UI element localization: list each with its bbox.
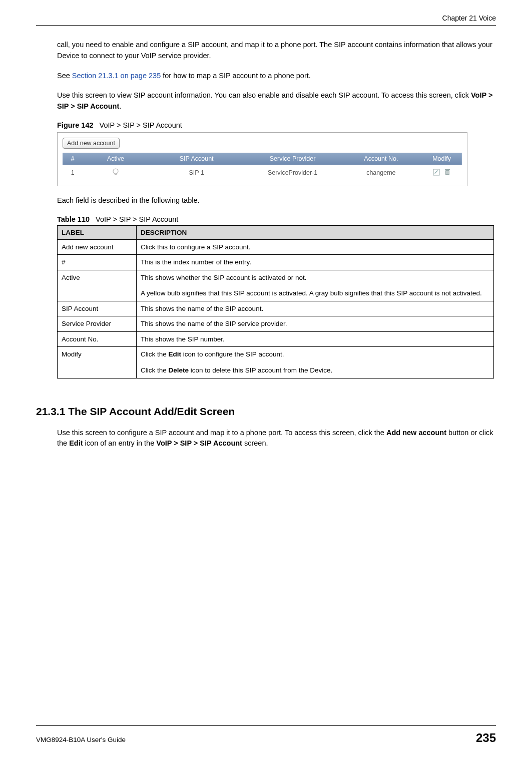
desc-text: This shows the SIP number. xyxy=(137,331,494,347)
cell-account-no: changeme xyxy=(341,165,422,181)
col-header-service-provider: Service Provider xyxy=(245,153,341,165)
sip-table-header-row: # Active SIP Account Service Provider Ac… xyxy=(63,153,462,165)
text-fragment: Use this screen to configure a SIP accou… xyxy=(57,429,386,437)
sip-account-screenshot: Add new account # Active SIP Account Ser… xyxy=(57,132,467,186)
cell-sip-account: SIP 1 xyxy=(149,165,245,181)
bold-text: Edit xyxy=(69,439,83,447)
body-paragraph: Use this screen to configure a SIP accou… xyxy=(57,428,496,450)
cell-active xyxy=(83,165,148,181)
desc-line: Click the Edit icon to configure the SIP… xyxy=(141,349,489,359)
add-new-account-button[interactable]: Add new account xyxy=(63,138,120,149)
text-fragment: Click the xyxy=(141,366,169,374)
edit-icon[interactable] xyxy=(432,168,440,176)
col-header-active: Active xyxy=(83,153,148,165)
section-cross-ref-link[interactable]: Section 21.3.1 on page 235 xyxy=(72,72,161,80)
text-fragment: icon of an entry in the xyxy=(83,439,157,447)
desc-label: # xyxy=(58,255,137,270)
desc-label: Service Provider xyxy=(58,316,137,332)
svg-point-0 xyxy=(113,169,118,174)
text-fragment: Use this screen to view SIP account info… xyxy=(57,91,471,99)
chapter-header: Chapter 21 Voice xyxy=(36,14,496,26)
sip-account-list-table: # Active SIP Account Service Provider Ac… xyxy=(63,153,462,181)
text-fragment: icon to delete this SIP account from the… xyxy=(189,366,332,374)
bulb-icon xyxy=(113,168,119,176)
bold-text: VoIP > SIP > SIP Account xyxy=(156,439,242,447)
desc-row-hash: # This is the index number of the entry. xyxy=(58,255,494,270)
text-fragment: . xyxy=(119,102,121,110)
desc-row-acctno: Account No. This shows the SIP number. xyxy=(58,331,494,347)
body-paragraph: Each field is described in the following… xyxy=(57,195,496,206)
desc-text: Click this to configure a SIP account. xyxy=(137,239,494,255)
table-caption: Table 110VoIP > SIP > SIP Account xyxy=(57,215,496,223)
page-footer: VMG8924-B10A User's Guide 235 xyxy=(36,725,496,745)
desc-label: Active xyxy=(58,270,137,301)
bold-text: Add new account xyxy=(386,429,446,437)
desc-line: A yellow bulb signifies that this SIP ac… xyxy=(141,288,489,298)
desc-text: Click the Edit icon to configure the SIP… xyxy=(137,347,494,378)
text-fragment: for how to map a SIP account to a phone … xyxy=(161,72,311,80)
svg-rect-4 xyxy=(445,169,450,170)
desc-text: This shows the name of the SIP service p… xyxy=(137,316,494,332)
desc-table-header-row: LABEL DESCRIPTION xyxy=(58,225,494,239)
bold-text: Delete xyxy=(169,366,189,374)
col-header-sip-account: SIP Account xyxy=(149,153,245,165)
bold-text: Edit xyxy=(169,350,182,358)
desc-row-modify: Modify Click the Edit icon to configure … xyxy=(58,347,494,378)
body-paragraph: Use this screen to view SIP account info… xyxy=(57,90,496,112)
text-fragment: screen. xyxy=(242,439,268,447)
col-header-index: # xyxy=(63,153,83,165)
footer-page-number: 235 xyxy=(476,731,496,745)
desc-line: Click the Delete icon to delete this SIP… xyxy=(141,365,489,375)
figure-number: Figure 142 xyxy=(57,121,94,129)
desc-text: This shows the name of the SIP account. xyxy=(137,301,494,316)
desc-text: This shows whether the SIP account is ac… xyxy=(137,270,494,301)
text-fragment: See xyxy=(57,72,72,80)
footer-guide-name: VMG8924-B10A User's Guide xyxy=(36,736,126,743)
desc-row-sip: SIP Account This shows the name of the S… xyxy=(58,301,494,316)
col-header-account-no: Account No. xyxy=(341,153,422,165)
text-fragment: Click the xyxy=(141,350,169,358)
desc-text: This is the index number of the entry. xyxy=(137,255,494,270)
section-heading: 21.3.1 The SIP Account Add/Edit Screen xyxy=(36,406,496,418)
sip-table-row: 1 SIP 1 ServiceProvider-1 changeme xyxy=(63,165,462,181)
desc-row-add-new: Add new account Click this to configure … xyxy=(58,239,494,255)
table-title: VoIP > SIP > SIP Account xyxy=(96,215,178,223)
desc-header-description: DESCRIPTION xyxy=(137,225,494,239)
svg-rect-1 xyxy=(115,174,117,175)
desc-label: Modify xyxy=(58,347,137,378)
body-paragraph: See Section 21.3.1 on page 235 for how t… xyxy=(57,71,496,82)
desc-header-label: LABEL xyxy=(58,225,137,239)
desc-line: This shows whether the SIP account is ac… xyxy=(141,273,489,283)
cell-modify xyxy=(421,165,462,181)
col-header-modify: Modify xyxy=(421,153,462,165)
delete-icon[interactable] xyxy=(443,168,451,176)
desc-row-provider: Service Provider This shows the name of … xyxy=(58,316,494,332)
cell-index: 1 xyxy=(63,165,83,181)
body-paragraph: call, you need to enable and configure a… xyxy=(57,40,496,62)
desc-label: SIP Account xyxy=(58,301,137,316)
description-table: LABEL DESCRIPTION Add new account Click … xyxy=(57,225,494,378)
text-fragment: icon to configure the SIP account. xyxy=(181,350,284,358)
desc-label: Add new account xyxy=(58,239,137,255)
desc-row-active: Active This shows whether the SIP accoun… xyxy=(58,270,494,301)
cell-service-provider: ServiceProvider-1 xyxy=(245,165,341,181)
figure-title: VoIP > SIP > SIP Account xyxy=(100,121,182,129)
figure-caption: Figure 142VoIP > SIP > SIP Account xyxy=(57,121,496,129)
table-number: Table 110 xyxy=(57,215,90,223)
desc-label: Account No. xyxy=(58,331,137,347)
